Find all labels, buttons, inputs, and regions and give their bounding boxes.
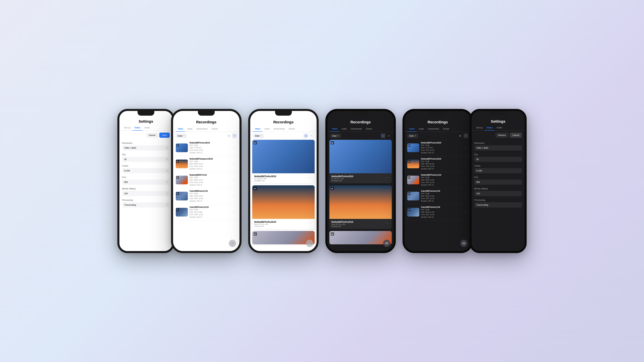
list-item[interactable]: ▶ Nokia360Turku1110 Size: 6.2gbDate: Wed… [404, 172, 471, 188]
date-filter-button[interactable]: Date ▼ [330, 134, 341, 138]
tab-screenshots[interactable]: Screenshots [272, 126, 287, 132]
recording-name: Nokia360Turku1110 [421, 174, 462, 176]
recordings-grid: ▶ Nokia360Turku1810 Fri 18 Oct, 24h Port… [250, 140, 317, 244]
codec-field: Codec H.264 [474, 165, 522, 173]
more-options-button[interactable]: ··· [385, 175, 390, 180]
tab-audio[interactable]: Audio [185, 126, 194, 132]
more-options-button[interactable]: ··· [464, 210, 468, 214]
more-options-button[interactable]: ··· [232, 194, 237, 198]
recording-thumbnail: ▶ [176, 176, 188, 184]
view-toggle: ⊞ ≡ [304, 133, 314, 138]
list-item[interactable]: ▶ Nokia360Turku1810 Size: 6.2gbDate: Fri… [404, 140, 471, 156]
tab-video[interactable]: Video [407, 126, 416, 132]
grid-item[interactable]: ▶ Nokia360Turku1610 Wed 16 Oct, 24h Cent… [330, 185, 392, 229]
more-options-button[interactable]: ··· [385, 221, 390, 225]
chevron-down-icon: ▼ [166, 158, 168, 160]
more-options-button[interactable]: ··· [464, 194, 468, 198]
more-options-button[interactable]: ··· [232, 178, 237, 182]
tab-screenshots[interactable]: Screenshots [426, 126, 441, 132]
tab-video[interactable]: Video [330, 126, 340, 132]
fps-field: Fps 30 ▼ [122, 153, 170, 162]
grid-item[interactable]: ▶ [252, 231, 314, 244]
resolution-field: Resolution 7680 x 3840 [474, 142, 522, 150]
grid-item[interactable]: ▶ Nokia360Turku1810 Fri 18 Oct, 24h Port… [330, 140, 392, 183]
tab-events[interactable]: Events [441, 126, 451, 132]
grid-view-button[interactable]: ⊞ [304, 133, 308, 138]
more-options-button[interactable]: ··· [232, 162, 237, 166]
tab-audio[interactable]: Audio [142, 125, 152, 130]
menu-float-button[interactable] [383, 240, 390, 247]
tab-setup[interactable]: Set up [122, 125, 132, 130]
recordings-list: ▶ Nokia360Turku1810 Size: 6.2gbDate: Fri… [173, 140, 240, 220]
recording-name: Nokia360Tampere1610 [190, 158, 230, 160]
list-item[interactable]: ▶ Nokia360SF1110 Size: 6.2gbDate: Wed 11… [173, 172, 240, 188]
more-options-button[interactable]: ··· [308, 175, 312, 180]
tab-audio[interactable]: Audio [340, 126, 349, 132]
more-options-button[interactable]: ··· [232, 146, 237, 150]
date-filter-button[interactable]: Date ▼ [176, 134, 187, 138]
cancel-button[interactable]: Cancel [146, 133, 158, 138]
tab-video[interactable]: Video [485, 125, 494, 131]
tab-events[interactable]: Events [210, 126, 220, 132]
grid-info: Nokia360Turku1810 Fri 18 Oct, 24h Portab… [330, 173, 392, 183]
date-filter-button[interactable]: Date ▼ [407, 134, 418, 138]
recordings-tabs: Video Audio Screenshots Events [327, 126, 394, 132]
list-item[interactable]: ▶ Cam360Oulu1110 Size: 6.2gbDate: Wed 11… [173, 188, 240, 204]
grid-view-button[interactable]: ⊞ [381, 133, 386, 138]
tab-video[interactable]: Video [253, 126, 262, 132]
chevron-down-icon: ▼ [260, 135, 262, 137]
processing-field: Processing Transcoding ▼ [122, 199, 170, 207]
grid-view-button[interactable]: ⊞ [458, 133, 462, 138]
tab-events[interactable]: Events [364, 126, 374, 132]
list-view-button[interactable]: ≡ [386, 133, 391, 138]
more-options-button[interactable]: ··· [308, 221, 312, 225]
more-options-button[interactable]: ··· [464, 178, 468, 182]
tab-screenshots[interactable]: Screenshots [194, 126, 210, 132]
grid-view-button[interactable]: ⊞ [226, 133, 231, 138]
list-view-button[interactable]: ≡ [232, 133, 237, 138]
notch [429, 111, 446, 116]
list-item[interactable]: ▶ Cam360Turku1110 Size: 6.2gbDate: Wed 1… [404, 204, 471, 220]
video-icon: ▶ [331, 141, 334, 144]
menu-float-button[interactable] [229, 240, 236, 247]
list-item[interactable]: ▶ Cam360Turku1110 Size: 6.2gbDate: Wed 1… [404, 188, 471, 204]
grid-item[interactable]: ▶ Nokia360Turku1810 Fri 18 Oct, 24h Port… [252, 140, 314, 183]
menu-float-button[interactable] [306, 240, 313, 247]
tab-audio[interactable]: Audio [262, 126, 272, 132]
list-item[interactable]: ▶ Nokia360Turku1810 Size: 6.2gbDate: Fri… [173, 140, 240, 156]
list-view-button[interactable]: ≡ [464, 133, 468, 138]
list-view-button[interactable]: ≡ [309, 133, 314, 138]
date-filter-button[interactable]: Date ▼ [253, 134, 264, 138]
tab-video[interactable]: Video [176, 126, 185, 132]
settings-title: Settings [120, 116, 172, 125]
tab-events[interactable]: Events [287, 126, 297, 132]
tab-setup[interactable]: Set up [474, 125, 485, 130]
list-item[interactable]: ▶ Nokia360Turku1610 Size: 6.2gbDate: Wed… [404, 156, 471, 172]
cancel-button[interactable]: Cancel [510, 133, 522, 138]
recording-info: Cam360Turku1110 Size: 6.2gbDate: Wed 11 … [421, 190, 462, 202]
tab-screenshots[interactable]: Screenshots [349, 126, 364, 132]
grid-item[interactable]: ▶ [330, 231, 392, 244]
recording-meta: Size: 6.2gbDate: Wed 11 OctFrom: 9:00 -1… [421, 208, 462, 218]
menu-float-button[interactable] [460, 240, 468, 247]
phone-screen: Recordings Video Audio Screenshots Event… [250, 111, 317, 251]
list-item[interactable]: ▶ Cam360Turku1110 Size: 6.2gbDate: Sun 1… [173, 204, 240, 220]
recording-name: Cam360Oulu1110 [190, 190, 230, 192]
tab-audio[interactable]: Audio [416, 126, 426, 132]
recording-name: Cam360Turku1110 [421, 206, 462, 208]
tab-video[interactable]: Video [132, 125, 142, 131]
more-options-button[interactable]: ··· [232, 210, 237, 214]
recording-info: Nokia360Turku1610 Size: 6.2gbDate: Wed 1… [421, 158, 462, 170]
list-item[interactable]: ▶ Nokia360Tampere1610 Size: 6.2gbDate: W… [173, 156, 240, 172]
page-title: Recordings [173, 116, 240, 126]
phone-screen: Recordings Video Audio Screenshots Event… [173, 111, 240, 251]
phone-recordings-list-light: Recordings Video Audio Screenshots Event… [171, 109, 242, 253]
tab-audio[interactable]: Audio [494, 125, 504, 130]
restore-button[interactable]: Restore [496, 133, 508, 138]
save-button[interactable]: Save [159, 133, 170, 138]
grid-item[interactable]: ▶ Nokia360Turku1610 Wed 18 Oct, 24h Cent… [252, 185, 314, 229]
settings-tabs: Set up Video Audio [472, 125, 524, 131]
more-options-button[interactable]: ··· [464, 162, 468, 166]
recording-meta: Size: 6.2gbDate: Wed 16 OctFrom: 9:00 -1… [190, 160, 230, 170]
more-options-button[interactable]: ··· [464, 146, 468, 150]
